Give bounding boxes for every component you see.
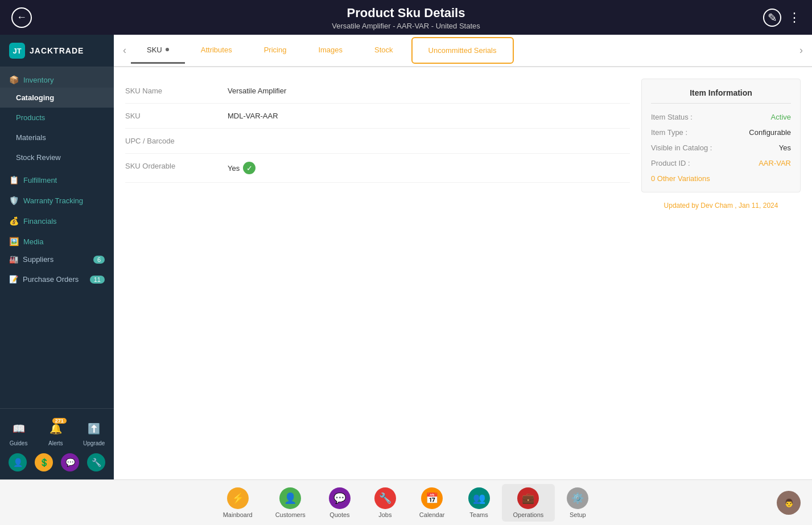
taskbar-jobs[interactable]: 🔧 Jobs xyxy=(362,484,408,522)
tab-sku[interactable]: SKU xyxy=(131,38,185,64)
user-icon-1[interactable]: 👤 xyxy=(9,453,27,471)
mainboard-label: Mainboard xyxy=(223,511,253,518)
status-label: Item Status : xyxy=(651,113,693,121)
guides-label: Guides xyxy=(10,440,28,446)
tabs-next-button[interactable]: › xyxy=(795,40,807,61)
detail-content: SKU Name Versatile Amplifier SKU MDL-VAR… xyxy=(114,67,812,479)
sidebar-item-media[interactable]: 🖼️ Media xyxy=(0,229,114,249)
tab-attributes[interactable]: Attributes xyxy=(185,38,248,64)
sidebar-item-inventory[interactable]: 📦 Inventory xyxy=(0,67,114,88)
orderable-value: Yes ✓ xyxy=(228,162,255,174)
edit-button[interactable]: ✎ xyxy=(763,9,781,27)
back-icon: ← xyxy=(17,11,27,23)
purchase-orders-label: Purchase Orders xyxy=(23,275,79,284)
taskbar-calendar[interactable]: 📅 Calendar xyxy=(408,484,456,522)
taskbar-profile-avatar[interactable]: 👨 xyxy=(777,491,801,515)
customers-icon: 👤 xyxy=(279,487,301,509)
sku-value: MDL-VAR-AAR xyxy=(228,112,278,120)
sidebar-item-purchase-orders[interactable]: 📝 Purchase Orders 11 xyxy=(0,269,114,289)
setup-label: Setup xyxy=(570,511,586,518)
tab-uncommitted-serials-label: Uncommitted Serials xyxy=(428,46,497,55)
inventory-icon: 📦 xyxy=(9,75,19,84)
sku-name-label: SKU Name xyxy=(125,87,228,95)
detail-sidebar: Item Information Item Status : Active It… xyxy=(641,79,801,468)
main-area: JT JACKTRADE 📦 Inventory Cataloging Prod… xyxy=(0,35,812,479)
taskbar-customers[interactable]: 👤 Customers xyxy=(264,484,317,522)
tab-images[interactable]: Images xyxy=(302,38,358,64)
tab-uncommitted-serials[interactable]: Uncommitted Serials xyxy=(411,37,514,64)
item-type-value: Configurable xyxy=(749,128,791,137)
tab-images-label: Images xyxy=(318,46,343,54)
tab-attributes-label: Attributes xyxy=(201,46,232,54)
other-variations-link[interactable]: 0 Other Variations xyxy=(651,174,791,183)
sidebar-item-stock-review[interactable]: Stock Review xyxy=(0,147,114,167)
products-label: Products xyxy=(16,113,45,122)
info-row-type: Item Type : Configurable xyxy=(651,128,791,137)
purchase-orders-badge: 11 xyxy=(90,276,105,284)
operations-icon: 💼 xyxy=(517,487,539,509)
teams-label: Teams xyxy=(469,511,488,518)
sidebar-item-suppliers[interactable]: 🏭 Suppliers 6 xyxy=(0,249,114,269)
sidebar-bottom-icons: 📖 Guides 🔔 271 Alerts ⬆️ Upgrade xyxy=(0,415,114,451)
bottom-nav-alerts[interactable]: 🔔 271 Alerts xyxy=(46,419,65,446)
top-header: ← Product Sku Details Versatile Amplifie… xyxy=(0,0,812,35)
upgrade-icon: ⬆️ xyxy=(84,419,104,438)
updated-date: , Jan 11, 2024 xyxy=(735,202,778,210)
more-options-icon[interactable]: ⋮ xyxy=(788,10,801,25)
fulfillment-label: Fulfillment xyxy=(23,176,57,184)
field-row-orderable: SKU Orderable Yes ✓ xyxy=(125,154,630,183)
taskbar-quotes[interactable]: 💬 Quotes xyxy=(317,484,362,522)
item-type-label: Item Type : xyxy=(651,128,687,137)
media-icon: 🖼️ xyxy=(9,237,19,246)
customers-label: Customers xyxy=(275,511,306,518)
sku-name-value: Versatile Amplifier xyxy=(228,87,286,95)
tab-pricing[interactable]: Pricing xyxy=(248,38,303,64)
bottom-nav-guides[interactable]: 📖 Guides xyxy=(9,419,28,446)
fulfillment-icon: 📋 xyxy=(9,175,19,184)
taskbar-teams[interactable]: 👥 Teams xyxy=(456,484,502,522)
materials-label: Materials xyxy=(16,133,46,142)
taskbar-setup[interactable]: ⚙️ Setup xyxy=(555,484,600,522)
taskbar: ⚡ Mainboard 👤 Customers 💬 Quotes 🔧 Jobs … xyxy=(0,479,812,525)
taskbar-operations[interactable]: 💼 Operations xyxy=(502,484,555,522)
field-row-sku: SKU MDL-VAR-AAR xyxy=(125,104,630,129)
media-label: Media xyxy=(23,237,43,246)
teams-icon: 👥 xyxy=(468,487,490,509)
warranty-label: Warranty Tracking xyxy=(23,196,83,205)
cataloging-label: Cataloging xyxy=(16,93,54,102)
sidebar-item-products[interactable]: Products xyxy=(0,108,114,128)
suppliers-label: Suppliers xyxy=(23,255,53,264)
taskbar-mainboard[interactable]: ⚡ Mainboard xyxy=(212,484,264,522)
tab-stock-label: Stock xyxy=(374,46,393,54)
alerts-badge: 271 xyxy=(52,418,67,424)
purchase-orders-label-part: 📝 Purchase Orders xyxy=(9,275,79,284)
tab-stock[interactable]: Stock xyxy=(358,38,409,64)
sidebar-item-cataloging[interactable]: Cataloging xyxy=(0,88,114,108)
suppliers-icon: 🏭 xyxy=(9,255,18,264)
sidebar-item-warranty[interactable]: 🛡️ Warranty Tracking xyxy=(0,188,114,208)
updated-info: Updated by Dev Cham , Jan 11, 2024 xyxy=(641,202,801,210)
content-area: ‹ SKU Attributes Pricing Images Stock xyxy=(114,35,812,479)
user-icon-4[interactable]: 🔧 xyxy=(87,453,105,471)
logo-text: JACKTRADE xyxy=(30,46,84,55)
back-button[interactable]: ← xyxy=(11,7,32,28)
tab-sku-indicator xyxy=(166,48,169,51)
bottom-nav-upgrade[interactable]: ⬆️ Upgrade xyxy=(83,419,105,446)
product-id-value: AAR-VAR xyxy=(759,159,791,167)
sidebar-item-fulfillment[interactable]: 📋 Fulfillment xyxy=(0,167,114,188)
product-id-label: Product ID : xyxy=(651,159,690,167)
orderable-label: SKU Orderable xyxy=(125,162,228,170)
info-card-title: Item Information xyxy=(651,88,791,104)
calendar-icon: 📅 xyxy=(421,487,443,509)
user-icon-3[interactable]: 💬 xyxy=(61,453,79,471)
orderable-check-icon: ✓ xyxy=(243,162,255,174)
tabs-bar: ‹ SKU Attributes Pricing Images Stock xyxy=(114,35,812,67)
calendar-label: Calendar xyxy=(419,511,445,518)
sidebar-item-financials[interactable]: 💰 Financials xyxy=(0,208,114,229)
tabs-wrapper: SKU Attributes Pricing Images Stock Unco… xyxy=(131,35,795,66)
status-value: Active xyxy=(771,113,791,121)
sidebar-item-materials[interactable]: Materials xyxy=(0,128,114,147)
logo-icon: JT xyxy=(9,43,25,59)
tabs-prev-button[interactable]: ‹ xyxy=(118,40,131,61)
user-icon-2[interactable]: 💲 xyxy=(35,453,53,471)
